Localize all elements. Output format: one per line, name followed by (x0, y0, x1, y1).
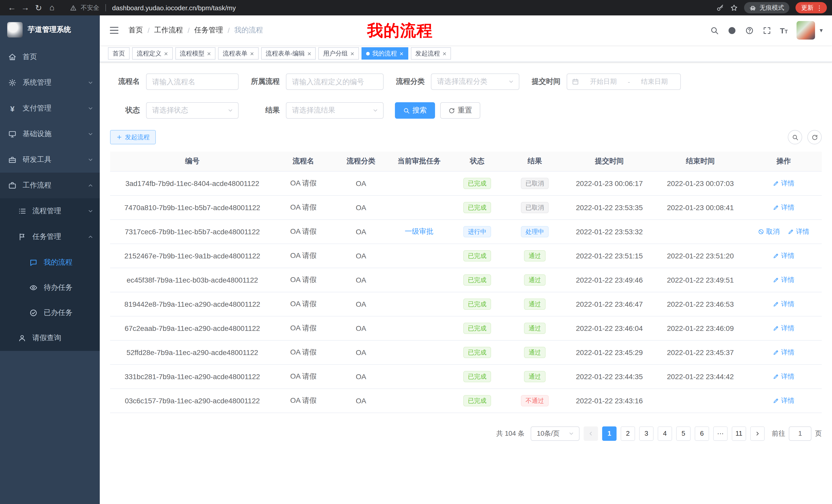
detail-link[interactable]: 详情 (773, 347, 795, 357)
github-icon[interactable] (727, 26, 736, 35)
close-icon[interactable]: × (399, 50, 404, 57)
search-toggle-button[interactable] (788, 130, 802, 144)
submit-time-range-picker[interactable]: 开始日期 - 结束日期 (567, 74, 681, 90)
end-time: 2022-01-22 23:46:53 (655, 292, 746, 316)
breadcrumb-item-workflow[interactable]: 工作流程 (154, 26, 183, 35)
detail-link[interactable]: 详情 (788, 227, 809, 236)
sidebar-item-system-mgmt[interactable]: 系统管理 (0, 70, 100, 95)
process-category: OA (332, 364, 390, 388)
browser-back-button[interactable]: ← (5, 1, 19, 15)
process-category: OA (332, 316, 390, 340)
search-button[interactable]: 搜索 (395, 102, 435, 119)
page-button-3[interactable]: 3 (639, 426, 654, 441)
sidebar-item-process-mgmt[interactable]: 流程管理 (0, 198, 100, 224)
sidebar-item-my-process[interactable]: 我的流程 (0, 250, 100, 275)
tab-process-model[interactable]: 流程模型 × (175, 47, 215, 60)
sidebar-item-home[interactable]: 首页 (0, 44, 100, 70)
font-size-icon[interactable]: TT (780, 26, 788, 34)
close-icon[interactable]: × (442, 50, 446, 57)
security-label: 不安全 (81, 3, 99, 12)
avatar[interactable] (797, 21, 815, 39)
chevron-down-icon (87, 80, 94, 86)
close-icon[interactable]: × (250, 50, 254, 57)
star-bookmark-icon[interactable] (730, 4, 738, 11)
fullscreen-icon[interactable] (762, 26, 771, 35)
kebab-menu-icon[interactable]: ⋮ (816, 4, 823, 11)
detail-link[interactable]: 详情 (773, 299, 795, 309)
sidebar-collapse-button[interactable] (109, 25, 119, 35)
detail-link[interactable]: 详情 (773, 251, 795, 260)
page-more-button[interactable]: ··· (713, 426, 728, 441)
chevron-down-icon (568, 430, 574, 437)
sidebar-item-task-mgmt[interactable]: 任务管理 (0, 224, 100, 250)
start-process-button[interactable]: 发起流程 (110, 130, 156, 144)
tab-process-form-edit[interactable]: 流程表单-编辑 × (261, 47, 316, 60)
cancel-link[interactable]: 取消 (758, 227, 780, 236)
tab-user-group[interactable]: 用户分组 × (318, 47, 359, 60)
process-category-select[interactable]: 请选择流程分类 (431, 74, 519, 90)
search-icon[interactable] (710, 26, 719, 35)
sidebar-item-payment-mgmt[interactable]: ¥ 支付管理 (0, 95, 100, 121)
prev-page-button[interactable] (583, 426, 598, 441)
status-select[interactable]: 请选择状态 (146, 102, 239, 119)
breadcrumb: 首页 / 工作流程 / 任务管理 / 我的流程 (129, 26, 263, 35)
key-icon[interactable] (716, 4, 724, 11)
detail-link[interactable]: 详情 (773, 178, 795, 188)
current-task-cell (390, 171, 448, 195)
app-frame: 芋道管理系统 首页 系统管理 ¥ 支付管理 基础设施 (0, 16, 832, 504)
current-task-link[interactable]: 一级审批 (405, 227, 434, 235)
sidebar-item-dev-tools[interactable]: 研发工具 (0, 147, 100, 173)
browser-update-button[interactable]: 更新 ⋮ (796, 2, 827, 13)
close-icon[interactable]: × (207, 50, 211, 57)
help-icon[interactable] (745, 26, 754, 35)
reset-button[interactable]: 重置 (440, 102, 480, 119)
process-name-input[interactable] (146, 74, 239, 90)
address-bar[interactable]: 不安全 dashboard.yudao.iocoder.cn/bpm/task/… (70, 3, 236, 12)
start-process-label: 发起流程 (125, 133, 150, 142)
detail-link[interactable]: 详情 (773, 275, 795, 284)
browser-home-button[interactable]: ⌂ (45, 1, 59, 15)
close-icon[interactable]: × (308, 50, 311, 57)
sidebar-item-done-tasks[interactable]: 已办任务 (0, 300, 100, 325)
tab-home[interactable]: 首页 (108, 47, 130, 60)
plus-icon (116, 134, 122, 140)
close-icon[interactable]: × (164, 50, 168, 57)
sidebar-item-workflow[interactable]: 工作流程 (0, 173, 100, 198)
sidebar-item-infrastructure[interactable]: 基础设施 (0, 121, 100, 147)
next-page-button[interactable] (750, 426, 765, 441)
sidebar-item-todo-tasks[interactable]: 待办任务 (0, 275, 100, 300)
page-button-5[interactable]: 5 (676, 426, 691, 441)
tab-process-form[interactable]: 流程表单 × (218, 47, 258, 60)
process-definition-input[interactable] (286, 74, 384, 90)
browser-reload-button[interactable]: ↻ (32, 1, 45, 15)
result-select[interactable]: 请选择流结果 (286, 102, 384, 119)
yen-icon: ¥ (8, 104, 17, 113)
browser-forward-button[interactable]: → (19, 1, 32, 15)
date-end-placeholder: 结束日期 (633, 77, 676, 86)
page-button-6[interactable]: 6 (695, 426, 709, 441)
close-icon[interactable]: × (350, 50, 354, 57)
breadcrumb-separator: / (228, 26, 230, 34)
tab-my-process[interactable]: 我的流程 × (362, 47, 408, 60)
page-jump-input[interactable] (789, 426, 811, 441)
app-logo[interactable]: 芋道管理系统 (0, 16, 100, 44)
tab-start-process[interactable]: 发起流程 × (411, 47, 451, 60)
refresh-table-button[interactable] (807, 130, 822, 144)
breadcrumb-item-home[interactable]: 首页 (129, 26, 143, 35)
avatar-caret-icon[interactable]: ▾ (820, 27, 823, 34)
page-button-2[interactable]: 2 (621, 426, 635, 441)
sidebar-item-leave-query[interactable]: 请假查询 (0, 325, 100, 351)
detail-link[interactable]: 详情 (773, 396, 795, 405)
url-text[interactable]: dashboard.yudao.iocoder.cn/bpm/task/my (112, 4, 236, 11)
detail-link[interactable]: 详情 (773, 203, 795, 212)
breadcrumb-item-task-mgmt[interactable]: 任务管理 (194, 26, 223, 35)
page-size-select[interactable]: 10条/页 (531, 426, 579, 441)
detail-link[interactable]: 详情 (773, 324, 795, 333)
sidebar-item-label: 工作流程 (23, 181, 51, 190)
detail-link[interactable]: 详情 (773, 372, 795, 381)
tab-process-definition[interactable]: 流程定义 × (132, 47, 173, 60)
page-button-11[interactable]: 11 (732, 426, 746, 441)
page-button-4[interactable]: 4 (658, 426, 672, 441)
incognito-icon (749, 4, 756, 11)
page-button-1[interactable]: 1 (602, 426, 617, 441)
